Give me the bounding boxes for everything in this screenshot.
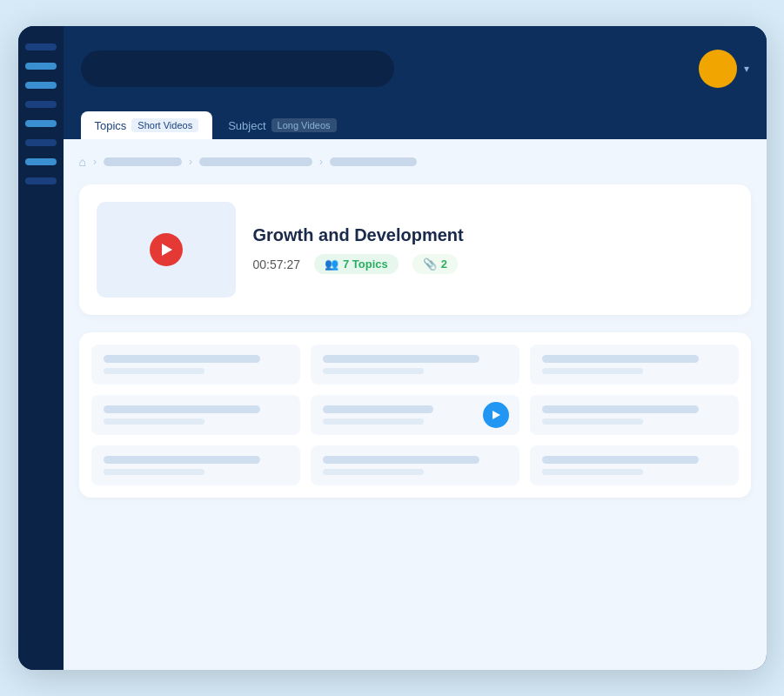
topic-line [104, 355, 260, 363]
breadcrumb-home-icon[interactable]: ⌂ [79, 155, 86, 169]
topics-row-3 [91, 445, 739, 485]
tabs-bar: Topics Short Videos Subject Long Videos [64, 96, 767, 139]
course-card: Growth and Development 00:57:27 👥 7 Topi… [79, 184, 751, 315]
topic-cell-3-3[interactable] [530, 445, 739, 485]
breadcrumb-item-2[interactable] [199, 157, 312, 166]
topic-line [104, 405, 260, 413]
sidebar-item-3[interactable] [25, 82, 57, 89]
topic-line [323, 368, 425, 374]
topics-row-1 [91, 345, 739, 385]
topic-cell-1-2[interactable] [311, 345, 519, 385]
content-area: ⌂ › › › Growth and Development 0 [64, 139, 767, 670]
topic-line [323, 469, 425, 475]
tab-subject-badge: Long Videos [271, 118, 337, 132]
tab-group: Topics Short Videos Subject Long Videos [81, 111, 351, 139]
breadcrumb-item-3[interactable] [330, 157, 417, 166]
user-area: ▾ [699, 50, 749, 88]
topic-line [323, 456, 479, 464]
sidebar [18, 26, 64, 670]
course-duration: 00:57:27 [253, 258, 301, 271]
topic-cell-1-1[interactable] [91, 345, 300, 385]
sidebar-item-7[interactable] [25, 158, 57, 165]
course-info: Growth and Development 00:57:27 👥 7 Topi… [253, 225, 734, 274]
play-icon-small [493, 411, 500, 419]
attach-count: 2 [441, 258, 447, 271]
tab-topics-badge: Short Videos [131, 118, 198, 132]
breadcrumb-item-1[interactable] [104, 157, 182, 166]
sidebar-item-5[interactable] [25, 120, 57, 127]
topic-line [542, 355, 699, 363]
topic-line [104, 418, 205, 425]
course-title: Growth and Development [253, 225, 734, 245]
sidebar-item-2[interactable] [25, 63, 57, 70]
course-meta: 00:57:27 👥 7 Topics 📎 2 [253, 254, 734, 274]
topics-row-2 [91, 395, 739, 435]
topic-cell-3-1[interactable] [91, 445, 300, 485]
topic-line [104, 456, 260, 464]
topic-cell-1-3[interactable] [530, 345, 739, 385]
breadcrumb-sep-2: › [189, 156, 192, 168]
topic-cell-3-2[interactable] [311, 445, 519, 485]
topics-grid [79, 332, 751, 498]
play-icon [162, 244, 172, 256]
attach-icon: 📎 [423, 258, 437, 271]
top-header: ▾ [64, 26, 767, 96]
topic-cell-2-1[interactable] [91, 395, 300, 435]
course-thumbnail[interactable] [97, 202, 236, 298]
breadcrumb-sep-3: › [319, 156, 323, 168]
topic-line [542, 456, 699, 464]
course-topics-badge: 👥 7 Topics [314, 254, 399, 274]
topic-line [542, 405, 699, 413]
tab-subject-label: Subject [228, 119, 265, 132]
play-button-red[interactable] [150, 233, 183, 266]
topic-line [104, 469, 205, 475]
play-button-blue[interactable] [483, 402, 509, 428]
main-area: ▾ Topics Short Videos Subject Long Video… [64, 26, 767, 670]
breadcrumb: ⌂ › › › [79, 155, 751, 169]
tab-topics[interactable]: Topics Short Videos [81, 111, 213, 139]
search-bar[interactable] [81, 50, 394, 87]
course-attachments-badge: 📎 2 [412, 254, 458, 274]
topic-cell-2-2[interactable] [311, 395, 519, 435]
topic-line [323, 405, 433, 413]
avatar[interactable] [699, 50, 737, 88]
sidebar-item-6[interactable] [25, 139, 57, 146]
topic-line [542, 418, 644, 425]
sidebar-item-1[interactable] [25, 44, 57, 50]
topic-line [323, 418, 425, 425]
tab-topics-label: Topics [95, 119, 127, 132]
tab-subject[interactable]: Subject Long Videos [214, 111, 350, 139]
chevron-down-icon[interactable]: ▾ [744, 63, 749, 75]
topic-cell-2-3[interactable] [530, 395, 739, 435]
topic-line [542, 368, 644, 374]
sidebar-item-8[interactable] [25, 177, 57, 184]
topics-icon: 👥 [325, 258, 338, 271]
topic-line [323, 355, 479, 363]
topic-line [542, 469, 644, 475]
topics-count: 7 Topics [343, 258, 388, 271]
topic-line [104, 368, 205, 374]
breadcrumb-sep-1: › [93, 156, 97, 168]
app-container: ▾ Topics Short Videos Subject Long Video… [18, 26, 767, 670]
sidebar-item-4[interactable] [25, 101, 57, 108]
